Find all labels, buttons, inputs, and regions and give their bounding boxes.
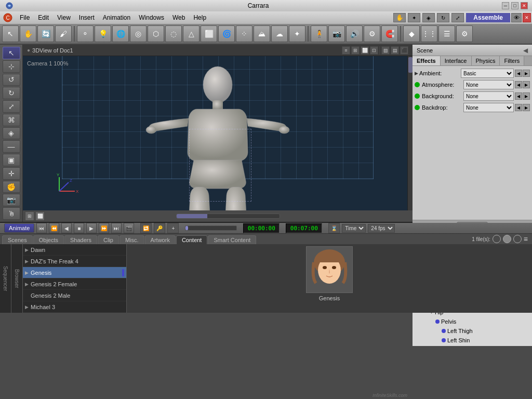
particle-tool[interactable]: ✦ (289, 25, 305, 42)
atm-arrow-left[interactable]: ◀ (515, 81, 522, 88)
bd-arrow-left[interactable]: ◀ (515, 104, 522, 111)
key-icon[interactable]: 🔑 (154, 223, 165, 233)
file-icon-1[interactable] (493, 235, 501, 243)
torus-tool[interactable]: ◌ (165, 25, 182, 42)
scatter-tool[interactable]: ⁘ (236, 25, 252, 42)
menu-animation[interactable]: Animation (99, 13, 135, 22)
extra-tool2[interactable]: ⋮⋮ (421, 25, 437, 42)
fps-select[interactable]: Time (342, 224, 366, 233)
transport-play[interactable]: ▶ (86, 223, 97, 233)
tab-interface[interactable]: Interface (441, 56, 472, 65)
menu-file[interactable]: File (16, 13, 34, 22)
transform-tool-btn[interactable]: ⊹ (3, 60, 20, 73)
time-mode-icon[interactable]: ⌛ (328, 223, 340, 233)
content-genesis2f[interactable]: ▶ Genesis 2 Female (23, 278, 126, 290)
content-dawn[interactable]: ▶ Dawn (23, 244, 126, 256)
backdrop-select[interactable]: None (463, 103, 514, 112)
viewport-3d[interactable]: Camera 1 100% X Y Z (23, 56, 413, 210)
assemble-button[interactable]: Assemble (466, 13, 510, 22)
transport-step-fwd[interactable]: ⏩ (99, 223, 109, 233)
sequencer-label[interactable]: Sequencer (0, 244, 11, 313)
edge-tool-btn[interactable]: — (3, 140, 20, 153)
ambient-arrow-left[interactable]: ◀ (515, 70, 522, 77)
tree-left-thigh[interactable]: Left Thigh (414, 326, 531, 336)
vp-btn-1[interactable]: ⊞ (25, 211, 34, 221)
rotate-left-btn[interactable]: ↺ (3, 74, 20, 86)
tab-scenes[interactable]: Scenes (2, 235, 33, 244)
atm-arrow-right[interactable]: ▶ (523, 81, 530, 88)
close-button[interactable]: ✕ (521, 2, 528, 9)
camera-tool[interactable]: 📷 (328, 25, 345, 42)
panel-close-icon[interactable]: ✕ (523, 13, 531, 22)
globe-tool[interactable]: 🌐 (112, 25, 129, 42)
cylinder-tool[interactable]: ⬡ (148, 25, 164, 42)
content-genesis[interactable]: ▶ Genesis (23, 267, 126, 278)
timeline-slider[interactable] (185, 225, 237, 231)
viewport-scrollbar-v[interactable] (407, 56, 413, 210)
atmosphere-select[interactable]: None (463, 80, 514, 89)
eye-icon[interactable]: 👁 (511, 13, 522, 22)
extra-tool3[interactable]: ☰ (438, 25, 455, 42)
tab-physics[interactable]: Physics (472, 56, 500, 65)
tab-content[interactable]: Content (176, 235, 208, 244)
magnet-tool[interactable]: 🧲 (381, 25, 398, 42)
cube-tool[interactable]: ⬜ (201, 25, 217, 42)
shape-tool[interactable]: ◎ (130, 25, 147, 42)
transport-goto-start[interactable]: ⏮ (36, 223, 47, 233)
cone-tool[interactable]: △ (183, 25, 200, 42)
move-tool-btn2[interactable]: ✛ (3, 167, 20, 180)
vp-btn-2[interactable]: ⬜ (35, 211, 45, 221)
file-options-icon[interactable]: ≡ (524, 235, 528, 243)
tab-artwork[interactable]: Artwork (145, 235, 176, 244)
background-select[interactable]: None (463, 91, 514, 101)
transport-stop[interactable]: ■ (74, 223, 84, 233)
sphere-tool[interactable]: ⚬ (77, 25, 94, 42)
tab-filters[interactable]: Filters (500, 56, 524, 65)
content-genesis2m[interactable]: ▶ Genesis 2 Male (23, 290, 126, 301)
ambient-arrow-right[interactable]: ▶ (523, 70, 530, 77)
minimize-button[interactable]: ─ (502, 2, 509, 9)
rotate-tool-icon[interactable]: ↻ (437, 13, 449, 22)
viewport-shading1[interactable]: ▨ (381, 46, 390, 55)
bd-arrow-right[interactable]: ▶ (523, 104, 530, 111)
menu-help[interactable]: Help (189, 13, 210, 22)
select-tool-icon[interactable]: ◈ (422, 13, 435, 22)
add-key-icon[interactable]: + (167, 223, 179, 233)
bg-arrow-left[interactable]: ◀ (515, 92, 522, 100)
viewport-option2[interactable]: ⊞ (351, 46, 360, 55)
speaker-tool[interactable]: 🔊 (346, 25, 363, 42)
viewport-option3[interactable]: ⬜ (361, 46, 369, 55)
rotate-right-btn[interactable]: ↻ (3, 87, 20, 99)
panel-expand-icon[interactable]: ◀ (523, 47, 528, 54)
content-freak4[interactable]: ▶ DAZ's The Freak 4 (23, 256, 126, 267)
spiral-tool[interactable]: 🌀 (218, 25, 235, 42)
viewport-option4[interactable]: ⊡ (370, 46, 378, 55)
menu-view[interactable]: View (53, 13, 75, 22)
fps-value-select[interactable]: 24 fps (368, 224, 395, 233)
timeline-scrubber[interactable] (176, 214, 280, 219)
menu-windows[interactable]: Windows (135, 13, 168, 22)
tree-pelvis[interactable]: Pelvis (414, 317, 531, 326)
move-tool-icon[interactable]: ✦ (408, 13, 420, 22)
menu-edit[interactable]: Edit (34, 13, 53, 22)
transport-play-back[interactable]: ◀ (61, 223, 72, 233)
ambient-select[interactable]: Basic (461, 69, 514, 78)
tab-shaders[interactable]: Shaders (64, 235, 97, 244)
tab-misc[interactable]: Misc. (119, 235, 144, 244)
file-icon-3[interactable] (513, 235, 522, 243)
tab-smart-content[interactable]: Smart Content (208, 235, 256, 244)
scale-tool-btn[interactable]: ⤢ (3, 100, 20, 113)
bg-arrow-right[interactable]: ▶ (523, 92, 530, 100)
menu-insert[interactable]: Insert (75, 13, 99, 22)
settings-tool[interactable]: ⚙ (456, 25, 473, 42)
cloud-tool[interactable]: ☁ (271, 25, 288, 42)
tab-clip[interactable]: Clip (98, 235, 119, 244)
morph-tool-btn[interactable]: ⌘ (3, 114, 20, 126)
transport-goto-end[interactable]: ⏭ (111, 223, 122, 233)
pan-tool[interactable]: ✋ (20, 25, 36, 42)
orbit-tool[interactable]: 🔄 (37, 25, 54, 42)
vertex-tool-btn[interactable]: ◈ (3, 127, 20, 140)
file-icon-2[interactable] (503, 235, 511, 243)
transport-record[interactable]: 🎬 (124, 223, 134, 233)
loop-icon[interactable]: 🔁 (140, 223, 152, 233)
